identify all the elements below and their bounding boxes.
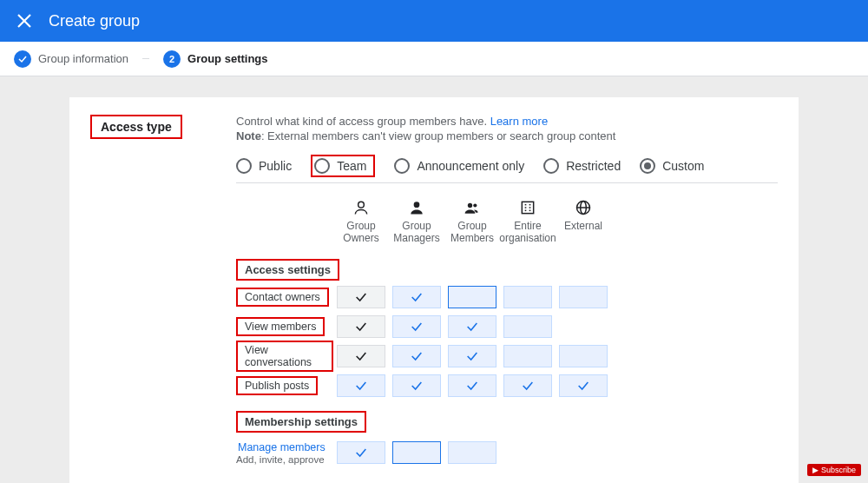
permission-cell[interactable] bbox=[559, 286, 608, 308]
manage-members-label: Manage members bbox=[236, 441, 327, 453]
radio-team-highlight: Team bbox=[311, 155, 375, 177]
page-body: Access type Control what kind of access … bbox=[0, 76, 868, 483]
svg-rect-6 bbox=[522, 202, 533, 213]
permission-cell[interactable] bbox=[503, 286, 552, 308]
col-owners: Group Owners bbox=[333, 199, 389, 245]
svg-point-4 bbox=[468, 203, 472, 208]
permission-cell[interactable] bbox=[448, 315, 496, 338]
row-label-col: Publish posts bbox=[236, 376, 333, 395]
row-label-col: View conversations bbox=[236, 341, 333, 372]
access-type-radios: Public Team Announcement only bbox=[236, 155, 778, 183]
permission-cell[interactable] bbox=[392, 374, 441, 397]
membership-settings-heading: Membership settings bbox=[236, 411, 366, 433]
step-group-information[interactable]: Group information bbox=[14, 50, 128, 68]
col-members: Group Members bbox=[444, 199, 500, 245]
step-done-badge bbox=[14, 50, 31, 68]
permission-cell[interactable] bbox=[337, 345, 385, 367]
membership-settings-heading-row: Membership settings bbox=[236, 411, 778, 433]
permission-cell[interactable] bbox=[559, 374, 608, 397]
permission-cell[interactable] bbox=[448, 345, 496, 367]
people-icon bbox=[464, 199, 481, 216]
globe-icon bbox=[575, 199, 592, 216]
svg-point-5 bbox=[473, 203, 477, 207]
row-label-col: View members bbox=[236, 317, 333, 336]
permission-cell[interactable] bbox=[559, 345, 608, 367]
manage-members-sub: Add, invite, approve bbox=[236, 454, 333, 465]
radio-team[interactable]: Team bbox=[314, 158, 366, 174]
permission-cell[interactable] bbox=[337, 441, 385, 464]
close-icon bbox=[14, 10, 35, 31]
col-external: External bbox=[556, 199, 611, 245]
col-managers: Group Managers bbox=[389, 199, 444, 245]
col-label: External bbox=[564, 220, 602, 232]
subscribe-label: Subscribe bbox=[821, 466, 856, 474]
col-label: Group Members bbox=[444, 220, 500, 245]
row-label: View conversations bbox=[236, 341, 333, 372]
permissions-table: Group Owners Group Managers Group Member… bbox=[236, 199, 778, 483]
radio-icon bbox=[640, 158, 655, 174]
svg-point-2 bbox=[358, 202, 365, 208]
row-label: Contact owners bbox=[236, 288, 329, 307]
access-note: Note: External members can't view group … bbox=[236, 129, 778, 142]
permission-cell[interactable] bbox=[448, 286, 496, 308]
permission-cell[interactable] bbox=[448, 374, 496, 397]
access-type-heading: Access type bbox=[90, 115, 182, 139]
radio-label: Team bbox=[337, 159, 366, 173]
permission-cell[interactable] bbox=[503, 374, 552, 397]
settings-card: Access type Control what kind of access … bbox=[69, 97, 799, 483]
radio-public[interactable]: Public bbox=[236, 158, 292, 174]
section-label-col: Access type bbox=[90, 115, 236, 483]
permission-cell[interactable] bbox=[392, 441, 441, 464]
building-icon bbox=[519, 199, 536, 216]
row-view_members: View members bbox=[236, 314, 778, 340]
row-manage-members: Manage members Add, invite, approve bbox=[236, 436, 778, 469]
stepper-divider bbox=[142, 58, 149, 59]
row-label: Publish posts bbox=[236, 376, 318, 395]
radio-icon bbox=[236, 158, 252, 174]
column-headers: Group Owners Group Managers Group Member… bbox=[333, 199, 778, 245]
permission-cell[interactable] bbox=[392, 345, 441, 367]
permission-cell[interactable] bbox=[448, 441, 496, 464]
close-button[interactable] bbox=[14, 10, 35, 31]
permission-cell[interactable] bbox=[392, 286, 441, 308]
row-contact: Contact owners bbox=[236, 284, 778, 310]
radio-announcement[interactable]: Announcement only bbox=[394, 158, 524, 174]
check-icon bbox=[17, 54, 28, 64]
header-title: Create group bbox=[49, 12, 140, 30]
svg-point-3 bbox=[414, 202, 420, 208]
access-settings-heading: Access settings bbox=[236, 259, 339, 281]
person-outline-icon bbox=[352, 199, 370, 216]
row-publish: Publish posts bbox=[236, 373, 778, 399]
radio-restricted[interactable]: Restricted bbox=[543, 158, 621, 174]
section-content: Control what kind of access group member… bbox=[236, 115, 778, 483]
person-icon bbox=[408, 199, 425, 216]
row-label: View members bbox=[236, 317, 325, 336]
stepper-bar: Group information 2 Group settings bbox=[0, 42, 868, 76]
permission-cell[interactable] bbox=[503, 315, 552, 338]
permission-cell[interactable] bbox=[503, 345, 552, 367]
access-settings-heading-row: Access settings bbox=[236, 259, 778, 281]
step-label: Group information bbox=[38, 52, 128, 65]
radio-icon bbox=[314, 158, 330, 174]
radio-label: Public bbox=[259, 159, 292, 173]
radio-custom[interactable]: Custom bbox=[640, 158, 704, 174]
step-group-settings[interactable]: 2 Group settings bbox=[163, 50, 267, 68]
col-label: Group Owners bbox=[333, 220, 389, 245]
col-organisation: Entire organisation bbox=[500, 199, 556, 245]
note-text: : External members can't view group memb… bbox=[261, 129, 616, 142]
permission-cell[interactable] bbox=[337, 286, 385, 308]
permission-cell[interactable] bbox=[337, 315, 385, 338]
row-label-col: Contact owners bbox=[236, 288, 333, 307]
row-view_conv: View conversations bbox=[236, 343, 778, 369]
permission-cell[interactable] bbox=[337, 374, 385, 397]
radio-icon bbox=[543, 158, 559, 174]
step-num-badge: 2 bbox=[163, 50, 181, 68]
row-label-col: Manage members Add, invite, approve bbox=[236, 440, 333, 465]
learn-more-link[interactable]: Learn more bbox=[490, 115, 548, 128]
permission-cell[interactable] bbox=[392, 315, 441, 338]
radio-label: Restricted bbox=[566, 159, 621, 173]
col-label: Group Managers bbox=[389, 220, 444, 245]
youtube-subscribe-overlay[interactable]: ▶ Subscribe bbox=[807, 464, 861, 476]
page-header: Create group bbox=[0, 0, 868, 42]
note-bold: Note bbox=[236, 129, 261, 142]
